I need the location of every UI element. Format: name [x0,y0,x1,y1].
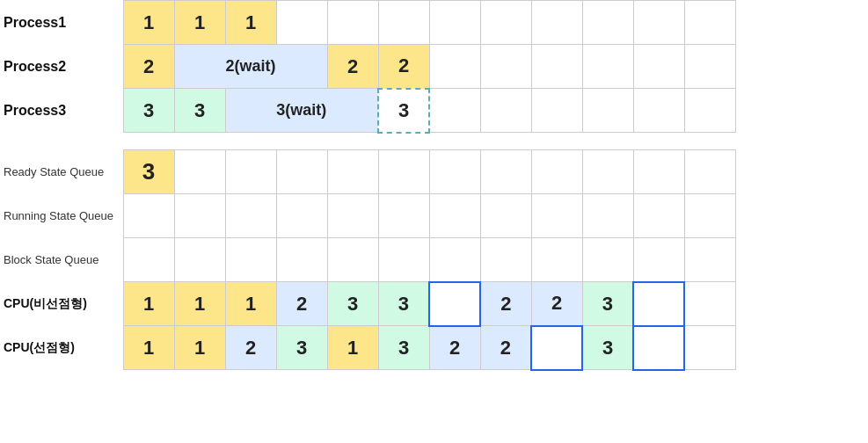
blk-q-c9 [531,238,582,282]
cpu-p-c3: 2 [225,326,276,370]
run-q-c2 [174,194,225,238]
blk-q-c6 [378,238,429,282]
p2-c12 [684,45,735,89]
cpu-np-c8: 2 [480,282,531,326]
process3-label: Process3 [0,89,123,133]
p3-c6: 3 [378,89,429,133]
run-q-c1 [123,194,174,238]
cpu-np-c2: 1 [174,282,225,326]
process2-label: Process2 [0,45,123,89]
block-queue-label: Block State Queue [0,238,123,282]
cpu-np-c11 [633,282,684,326]
running-queue-row: Running State Queue [0,194,735,238]
cpu-p-c11 [633,326,684,370]
p3-c9 [531,89,582,133]
cpu-np-c1: 1 [123,282,174,326]
cpu-np-c10: 3 [582,282,633,326]
cpu-p-c10: 3 [582,326,633,370]
ready-q-c10 [582,150,633,194]
cpu-preemptive-row: CPU(선점형) 1 1 2 3 1 3 2 2 3 [0,326,735,370]
run-q-c8 [480,194,531,238]
cpu-np-c6: 3 [378,282,429,326]
ready-q-c12 [684,150,735,194]
cpu-np-label: CPU(비선점형) [0,282,123,326]
cpu-p-c2: 1 [174,326,225,370]
run-q-c10 [582,194,633,238]
ready-q-c1: 3 [123,150,174,194]
ready-queue-label: Ready State Queue [0,150,123,194]
blk-q-c5 [327,238,378,282]
running-queue-label: Running State Queue [0,194,123,238]
blk-q-c11 [633,238,684,282]
p1-c5 [327,1,378,45]
p2-c8 [480,45,531,89]
blk-q-c3 [225,238,276,282]
run-q-c4 [276,194,327,238]
p2-c1: 2 [123,45,174,89]
p1-c11 [633,1,684,45]
schedule-table: Process1 1 1 1 Process2 2 2(wait) 2 2 [0,0,736,371]
ready-q-c8 [480,150,531,194]
blk-q-c8 [480,238,531,282]
blk-q-c2 [174,238,225,282]
p3-c11 [633,89,684,133]
ready-q-c9 [531,150,582,194]
p1-c4 [276,1,327,45]
cpu-np-c12 [684,282,735,326]
process1-row: Process1 1 1 1 [0,1,735,45]
p1-c3: 1 [225,1,276,45]
ready-q-c3 [225,150,276,194]
run-q-c9 [531,194,582,238]
p3-c7 [429,89,480,133]
p3-c2: 3 [174,89,225,133]
p1-c8 [480,1,531,45]
p1-c1: 1 [123,1,174,45]
run-q-c6 [378,194,429,238]
ready-queue-row: Ready State Queue 3 [0,150,735,194]
cpu-p-c7: 2 [429,326,480,370]
p1-c9 [531,1,582,45]
blk-q-c1 [123,238,174,282]
p3-wait: 3(wait) [225,89,378,133]
cpu-np-c3: 1 [225,282,276,326]
cpu-p-c8: 2 [480,326,531,370]
run-q-c7 [429,194,480,238]
cpu-p-label: CPU(선점형) [0,326,123,370]
run-q-c11 [633,194,684,238]
cpu-np-c5: 3 [327,282,378,326]
process2-row: Process2 2 2(wait) 2 2 [0,45,735,89]
p3-c12 [684,89,735,133]
p1-c10 [582,1,633,45]
process1-label: Process1 [0,1,123,45]
cpu-p-c5: 1 [327,326,378,370]
ready-q-c11 [633,150,684,194]
p1-c6 [378,1,429,45]
blk-q-c7 [429,238,480,282]
ready-q-c6 [378,150,429,194]
p2-c5: 2 [327,45,378,89]
p3-c1: 3 [123,89,174,133]
cpu-p-c1: 1 [123,326,174,370]
cpu-np-c4: 2 [276,282,327,326]
run-q-c5 [327,194,378,238]
process3-row: Process3 3 3 3(wait) 3 [0,89,735,133]
run-q-c12 [684,194,735,238]
spacer-row-1 [0,133,735,150]
cpu-nonpreemptive-row: CPU(비선점형) 1 1 1 2 3 3 2 2 3 [0,282,735,326]
main-container: Process1 1 1 1 Process2 2 2(wait) 2 2 [0,0,736,371]
ready-q-c7 [429,150,480,194]
cpu-p-c4: 3 [276,326,327,370]
p2-c11 [633,45,684,89]
blk-q-c12 [684,238,735,282]
p2-c9 [531,45,582,89]
ready-q-c5 [327,150,378,194]
p2-wait: 2(wait) [174,45,327,89]
ready-q-c4 [276,150,327,194]
p3-c8 [480,89,531,133]
cpu-np-c7 [429,282,480,326]
block-queue-row: Block State Queue [0,238,735,282]
p3-c10 [582,89,633,133]
p2-c10 [582,45,633,89]
run-q-c3 [225,194,276,238]
p2-c7 [429,45,480,89]
